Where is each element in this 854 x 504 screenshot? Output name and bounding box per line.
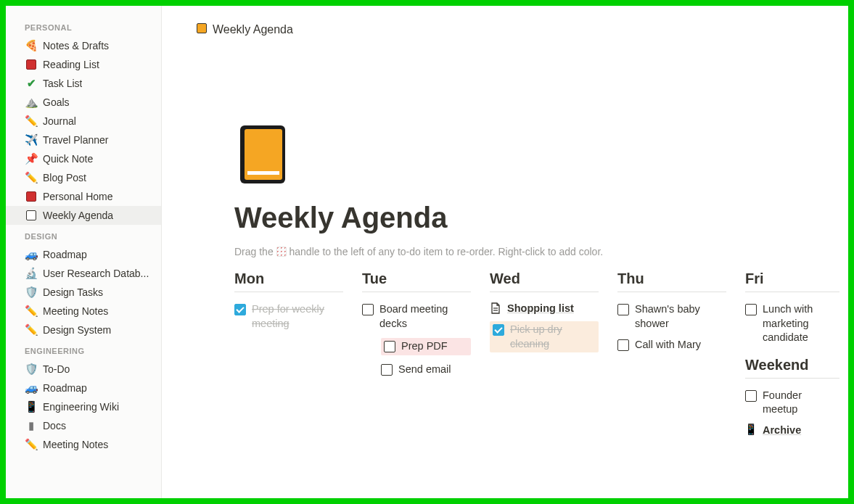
main: Weekly Agenda Weekly Agenda Drag the han… [162, 6, 848, 498]
sidebar-item-eng-wiki[interactable]: 📱Engineering Wiki [6, 397, 161, 416]
todo-label: Prep for weekly meeting [252, 302, 343, 331]
sidebar-item-roadmap[interactable]: 🚙Roadmap [6, 245, 161, 264]
checkbox[interactable] [745, 304, 757, 315]
col-wed: Wed Shopping list Pick up dry cleaning [490, 270, 599, 360]
checkbox[interactable] [362, 304, 374, 315]
svg-rect-2 [247, 171, 279, 175]
sidebar-item-todo[interactable]: 🛡️To-Do [6, 360, 161, 379]
col-heading-weekend[interactable]: Weekend [745, 357, 839, 379]
redbook-icon [25, 190, 38, 203]
phone-icon: 📱 [25, 400, 38, 413]
sidebar-item-meeting-notes[interactable]: ✏️Meeting Notes [6, 302, 161, 321]
checkbox[interactable] [381, 364, 393, 376]
page-content: Weekly Agenda Drag the handle to the lef… [162, 36, 848, 472]
todo-label: Shawn's baby shower [635, 302, 726, 331]
col-heading-fri[interactable]: Fri [745, 270, 839, 292]
svg-point-6 [242, 154, 245, 157]
sidebar-item-goals[interactable]: ⛰️Goals [6, 93, 161, 112]
sidebar-item-weekly-agenda[interactable]: Weekly Agenda [6, 206, 161, 225]
sidebar-item-journal[interactable]: ✏️Journal [6, 112, 161, 131]
page-link-label: Archive [763, 424, 801, 436]
todo-item[interactable]: Prep for weekly meeting [234, 302, 343, 331]
checkbox[interactable] [384, 341, 395, 352]
page-icon[interactable] [234, 123, 290, 186]
sidebar-item-task-list[interactable]: ✔Task List [6, 74, 161, 93]
todo-item[interactable]: Pick up dry cleaning [490, 321, 599, 352]
car-icon: 🚙 [25, 381, 38, 394]
col-heading-tue[interactable]: Tue [362, 270, 471, 292]
breadcrumb-label: Weekly Agenda [213, 23, 293, 36]
shield-icon: 🛡️ [25, 286, 38, 299]
todo-item[interactable]: Board meeting decks [362, 302, 471, 331]
check-icon: ✔ [25, 77, 38, 90]
col-tue: Tue Board meeting decks Prep PDF Send em… [362, 270, 471, 384]
shield-icon: 🛡️ [25, 363, 38, 376]
todo-item[interactable]: Shawn's baby shower [617, 302, 726, 331]
todo-label: Send email [398, 363, 451, 377]
mountain-icon: ⛰️ [25, 96, 38, 109]
svg-point-9 [242, 175, 245, 178]
todo-label: Board meeting decks [379, 302, 471, 331]
sidebar: PERSONAL 🍕Notes & Drafts Reading List ✔T… [6, 6, 162, 498]
section-title-engineering: ENGINEERING [6, 344, 161, 360]
svg-point-8 [242, 168, 245, 171]
page-link[interactable]: 📱 Archive [745, 424, 839, 436]
todo-item[interactable]: Lunch with marketing candidate [745, 302, 839, 345]
sidebar-item-eng-meeting-notes[interactable]: ✏️Meeting Notes [6, 435, 161, 454]
col-heading-wed[interactable]: Wed [490, 270, 599, 292]
page-link[interactable]: Shopping list [490, 302, 599, 314]
sidebar-item-personal-home[interactable]: Personal Home [6, 187, 161, 206]
columns: Mon Prep for weekly meeting Tue Board me… [234, 270, 848, 443]
todo-item[interactable]: Call with Mary [617, 338, 726, 352]
todo-item[interactable]: Founder meetup [745, 389, 839, 417]
sidebar-item-eng-roadmap[interactable]: 🚙Roadmap [6, 379, 161, 397]
sidebar-item-notes-drafts[interactable]: 🍕Notes & Drafts [6, 36, 161, 55]
pin-icon: 📌 [25, 152, 38, 165]
airplane-icon: ✈️ [25, 133, 38, 146]
checkbox[interactable] [234, 304, 246, 315]
checkbox[interactable] [493, 324, 504, 336]
col-heading-thu[interactable]: Thu [617, 270, 726, 292]
todo-item[interactable]: Send email [381, 363, 471, 377]
pizza-icon: 🍕 [25, 39, 38, 52]
checkbox[interactable] [617, 304, 629, 315]
col-mon: Mon Prep for weekly meeting [234, 270, 343, 338]
col-fri: Fri Lunch with marketing candidate Weeke… [745, 270, 839, 443]
page-title[interactable]: Weekly Agenda [234, 202, 848, 234]
car-icon: 🚙 [25, 248, 38, 261]
section-title-design: DESIGN [6, 229, 161, 245]
pencil-icon: ✏️ [25, 438, 38, 451]
sidebar-item-travel-planner[interactable]: ✈️Travel Planner [6, 131, 161, 149]
sidebar-item-design-system[interactable]: ✏️Design System [6, 321, 161, 339]
page-link-label: Shopping list [507, 302, 574, 314]
svg-point-3 [242, 132, 245, 135]
microscope-icon: 🔬 [25, 267, 38, 280]
svg-point-7 [242, 161, 245, 164]
drag-handle-icon [276, 247, 287, 257]
sidebar-item-docs[interactable]: ▮Docs [6, 416, 161, 435]
sidebar-item-user-research[interactable]: 🔬User Research Datab... [6, 264, 161, 283]
svg-point-5 [242, 146, 245, 149]
breadcrumb-icon [197, 23, 207, 36]
checkbox[interactable] [617, 339, 629, 351]
todo-label: Call with Mary [635, 338, 701, 352]
todo-label: Prep PDF [401, 339, 448, 354]
sidebar-item-reading-list[interactable]: Reading List [6, 55, 161, 74]
page-icon [490, 302, 501, 314]
doc-icon: ▮ [25, 419, 38, 432]
sidebar-item-blog-post[interactable]: ✏️Blog Post [6, 168, 161, 187]
breadcrumb[interactable]: Weekly Agenda [162, 6, 848, 36]
todo-item[interactable]: Prep PDF [381, 338, 471, 355]
section-title-personal: PERSONAL [6, 20, 161, 36]
svg-point-4 [242, 139, 245, 142]
pencil-icon: ✏️ [25, 305, 38, 318]
redbook-icon [25, 58, 38, 71]
phone-icon: 📱 [745, 424, 757, 436]
col-thu: Thu Shawn's baby shower Call with Mary [617, 270, 726, 360]
checkbox[interactable] [745, 390, 757, 402]
todo-label: Pick up dry cleaning [510, 323, 596, 351]
sidebar-item-quick-note[interactable]: 📌Quick Note [6, 149, 161, 168]
col-heading-mon[interactable]: Mon [234, 270, 343, 292]
pencil-icon: ✏️ [25, 171, 38, 184]
sidebar-item-design-tasks[interactable]: 🛡️Design Tasks [6, 283, 161, 302]
